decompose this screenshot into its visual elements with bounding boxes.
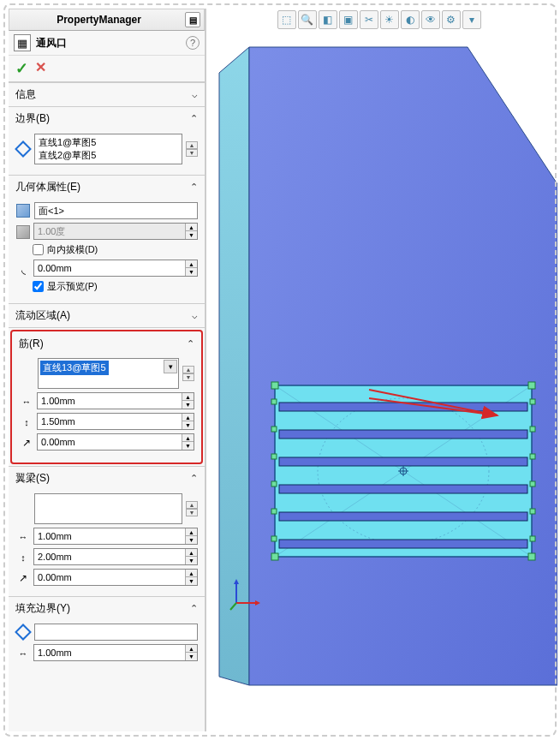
fillin-d1-field[interactable] xyxy=(34,645,185,660)
zoom-icon[interactable]: 🔍 xyxy=(298,10,317,29)
svg-rect-9 xyxy=(279,485,527,493)
ok-button[interactable]: ✓ xyxy=(15,59,28,78)
spar-d1-field[interactable] xyxy=(34,528,185,544)
spar-d2-input[interactable]: ▲▼ xyxy=(33,548,198,565)
spin-up[interactable]: ▲ xyxy=(185,549,197,557)
rib-selection-list[interactable]: 直线13@草图5 ▾ xyxy=(38,358,179,389)
section-flow-header[interactable]: 流动区域(A) ⌵ xyxy=(9,304,205,327)
show-preview-checkbox[interactable] xyxy=(33,281,44,292)
spin-up[interactable]: ▲ xyxy=(185,260,197,268)
offset-input[interactable]: ▲▼ xyxy=(33,260,198,277)
list-scroll-up[interactable]: ▲ xyxy=(186,141,198,149)
list-scroll-down[interactable]: ▼ xyxy=(186,149,198,157)
spar-angle-input[interactable]: ▲▼ xyxy=(33,569,198,586)
angle-icon xyxy=(19,435,34,451)
list-scroll-up[interactable]: ▲ xyxy=(186,501,198,509)
list-item[interactable]: 直线2@草图5 xyxy=(39,149,178,162)
d2-icon xyxy=(15,550,31,565)
spin-down[interactable]: ▼ xyxy=(185,653,197,660)
spin-up: ▲ xyxy=(185,224,197,231)
list-scroll-down[interactable]: ▼ xyxy=(186,509,198,516)
spar-sel-icon xyxy=(15,501,31,516)
rib-angle-input[interactable]: ▲▼ xyxy=(37,433,194,451)
spin-down[interactable]: ▼ xyxy=(182,421,194,429)
rib-d2-field[interactable] xyxy=(38,414,182,429)
section-ribs-header[interactable]: 筋(R) ⌃ xyxy=(15,333,198,355)
svg-rect-17 xyxy=(530,399,535,404)
section-spars-header[interactable]: 翼梁(S) ⌃ xyxy=(9,467,205,490)
scene-icon[interactable]: ☀ xyxy=(380,10,399,29)
spin-up[interactable]: ▲ xyxy=(182,414,194,421)
spin-up[interactable]: ▲ xyxy=(185,570,197,577)
section-fillin-header[interactable]: 填充边界(Y) ⌃ xyxy=(9,597,205,620)
3d-viewport[interactable]: ⬚ 🔍 ◧ ▣ ✂ ☀ ◐ 👁 ⚙ ▾ xyxy=(206,9,551,731)
display-style-icon[interactable]: ▣ xyxy=(339,10,358,29)
heads-up-toolbar: ⬚ 🔍 ◧ ▣ ✂ ☀ ◐ 👁 ⚙ ▾ xyxy=(277,10,481,29)
appearance-icon[interactable]: ◐ xyxy=(401,10,420,29)
rib-d1-input[interactable]: ▲▼ xyxy=(37,392,194,409)
boundary-selection-list[interactable]: 直线1@草图5 直线2@草图5 xyxy=(34,134,182,164)
section-boundary-header[interactable]: 边界(B) ⌃ xyxy=(9,107,205,130)
draft-icon xyxy=(15,224,31,240)
section-info-header[interactable]: 信息 ⌵ xyxy=(9,83,205,106)
spin-down[interactable]: ▼ xyxy=(185,536,197,544)
svg-line-38 xyxy=(230,603,236,610)
section-flow-label: 流动区域(A) xyxy=(15,308,192,323)
orientation-triad[interactable] xyxy=(228,577,262,612)
zoom-fit-icon[interactable]: ⬚ xyxy=(277,10,296,29)
ribs-highlight-box: 筋(R) ⌃ 直线13@草图5 ▾ ▲ ▼ xyxy=(10,330,203,464)
model-3d-body xyxy=(215,26,557,728)
list-scroll-up[interactable]: ▲ xyxy=(182,366,194,373)
face-selection[interactable]: 面<1> xyxy=(34,202,198,219)
spin-down[interactable]: ▼ xyxy=(185,268,197,276)
section-boundary-label: 边界(B) xyxy=(15,111,190,126)
rib-angle-field[interactable] xyxy=(38,434,182,450)
spar-angle-field[interactable] xyxy=(34,570,185,585)
draft-inward-checkbox[interactable] xyxy=(33,244,44,255)
rib-selected-item[interactable]: 直线13@草图5 xyxy=(40,361,109,375)
svg-rect-18 xyxy=(271,427,277,432)
spar-d1-input[interactable]: ▲▼ xyxy=(33,528,198,545)
diamond-icon xyxy=(15,624,31,640)
fillin-d1-input[interactable]: ▲▼ xyxy=(33,644,198,661)
feature-title-row: ▦ 通风口 ? xyxy=(9,31,205,56)
spar-d2-field[interactable] xyxy=(34,549,185,564)
list-item[interactable]: 直线1@草图5 xyxy=(39,136,178,149)
spin-down[interactable]: ▼ xyxy=(182,442,194,450)
spin-down[interactable]: ▼ xyxy=(182,401,194,409)
help-icon[interactable]: ? xyxy=(186,36,200,50)
section-info-label: 信息 xyxy=(15,87,192,102)
section-geometry-header[interactable]: 几何体属性(E) ⌃ xyxy=(9,176,205,199)
list-dropdown-button[interactable]: ▾ xyxy=(164,360,177,373)
offset-field[interactable] xyxy=(34,260,185,276)
more-icon[interactable]: ▾ xyxy=(462,10,481,29)
section-view-icon[interactable]: ✂ xyxy=(360,10,378,29)
section-ribs-label: 筋(R) xyxy=(19,337,187,351)
cancel-button[interactable]: ✕ xyxy=(35,59,46,78)
spin-down: ▼ xyxy=(185,231,197,239)
spin-up[interactable]: ▲ xyxy=(182,434,194,442)
fillin-selection[interactable] xyxy=(34,624,198,641)
svg-rect-12 xyxy=(271,382,278,389)
rib-d1-field[interactable] xyxy=(38,393,182,409)
spin-down[interactable]: ▼ xyxy=(185,577,197,585)
spin-up[interactable]: ▲ xyxy=(185,528,197,536)
section-spars: 翼梁(S) ⌃ ▲ ▼ ▲▼ xyxy=(9,466,205,596)
spin-up[interactable]: ▲ xyxy=(185,645,197,653)
spin-up[interactable]: ▲ xyxy=(182,393,194,401)
pin-icon[interactable]: ▤ xyxy=(185,12,200,27)
hide-show-icon[interactable]: 👁 xyxy=(421,10,440,29)
d1-icon xyxy=(15,646,31,661)
property-manager-panel: PropertyManager ▤ ▦ 通风口 ? ✓ ✕ 信息 ⌵ 边界(B)… xyxy=(9,9,206,731)
svg-rect-26 xyxy=(271,536,277,541)
view-orientation-icon[interactable]: ◧ xyxy=(319,10,337,29)
spin-down[interactable]: ▼ xyxy=(185,557,197,564)
svg-rect-6 xyxy=(279,403,527,411)
settings-icon[interactable]: ⚙ xyxy=(442,10,461,29)
rib-d2-input[interactable]: ▲▼ xyxy=(37,413,194,430)
list-scroll-down[interactable]: ▼ xyxy=(182,373,194,381)
svg-marker-35 xyxy=(234,579,239,584)
svg-marker-1 xyxy=(249,47,557,685)
section-spars-label: 翼梁(S) xyxy=(15,471,190,486)
spar-selection-list[interactable] xyxy=(34,493,182,524)
